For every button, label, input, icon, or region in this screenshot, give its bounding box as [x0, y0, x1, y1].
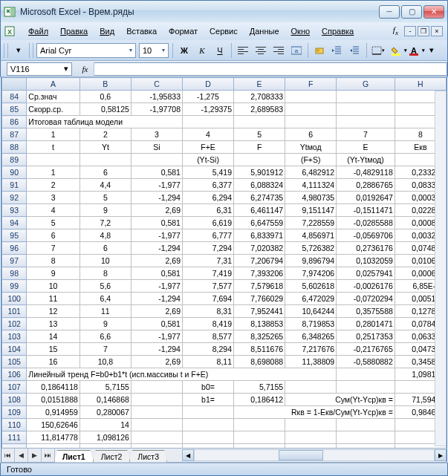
- cell[interactable]: [285, 419, 337, 431]
- cell[interactable]: 11: [27, 293, 79, 305]
- cell[interactable]: F: [234, 141, 285, 154]
- cell[interactable]: Si: [131, 141, 182, 154]
- cell[interactable]: [234, 431, 285, 444]
- col-header-B[interactable]: B: [79, 78, 131, 91]
- cell[interactable]: 14: [27, 330, 79, 343]
- tab-nav-next[interactable]: ▶: [28, 449, 42, 462]
- menu-window[interactable]: Окно: [286, 25, 316, 37]
- cell[interactable]: 8,294: [182, 343, 233, 356]
- cell[interactable]: 14: [79, 419, 131, 431]
- decrease-indent-button[interactable]: [330, 43, 345, 58]
- col-header-C[interactable]: C: [131, 78, 182, 91]
- cell[interactable]: 5,6: [79, 280, 131, 293]
- cell[interactable]: 0,581: [131, 267, 182, 280]
- cell[interactable]: 6: [79, 166, 131, 179]
- cell[interactable]: [234, 419, 285, 431]
- cell[interactable]: 7,294: [182, 242, 233, 255]
- cell[interactable]: 16: [27, 356, 79, 368]
- cell[interactable]: 0,581: [131, 217, 182, 229]
- currency-button[interactable]: [312, 43, 327, 58]
- row-header-109[interactable]: 109: [2, 406, 27, 419]
- cell[interactable]: 2,69: [131, 305, 182, 318]
- cell[interactable]: 2,69: [131, 255, 182, 267]
- row-header-91[interactable]: 91: [2, 179, 27, 192]
- row-header-104[interactable]: 104: [2, 343, 27, 356]
- cell[interactable]: [131, 419, 182, 431]
- cell[interactable]: 0,581: [131, 166, 182, 179]
- cell[interactable]: [182, 431, 233, 444]
- cell[interactable]: [182, 406, 233, 419]
- row-header-86[interactable]: 86: [2, 116, 27, 128]
- select-all-corner[interactable]: [2, 78, 27, 91]
- col-header-F[interactable]: F: [285, 78, 337, 91]
- scroll-left-button[interactable]: ◀: [182, 449, 194, 461]
- cell[interactable]: [285, 381, 337, 394]
- cell[interactable]: Yt: [79, 141, 131, 154]
- cell[interactable]: 1: [27, 166, 79, 179]
- font-color-button[interactable]: А▾: [406, 43, 421, 58]
- cell[interactable]: (F+S): [285, 154, 337, 166]
- cell[interactable]: 6: [285, 128, 337, 141]
- cell[interactable]: (Yt-Si): [182, 154, 233, 166]
- tab-nav-first[interactable]: ⏮: [1, 449, 15, 462]
- cell[interactable]: 4,4: [79, 179, 131, 192]
- cell[interactable]: [337, 381, 395, 394]
- cell[interactable]: 0,1864118: [27, 381, 79, 394]
- cell[interactable]: -0,0026176: [337, 280, 395, 293]
- formula-input[interactable]: [94, 62, 447, 76]
- cell[interactable]: 4,111324: [285, 179, 337, 192]
- cell[interactable]: 0,0257941: [337, 267, 395, 280]
- cell[interactable]: -1,294: [131, 343, 182, 356]
- menu-file[interactable]: Файл: [23, 25, 53, 37]
- cell[interactable]: 5,901912: [234, 166, 285, 179]
- cell[interactable]: -1,95833: [131, 91, 182, 103]
- cell[interactable]: 8: [27, 255, 79, 267]
- cell[interactable]: 0,3575588: [337, 305, 395, 318]
- cell[interactable]: 150,62646: [27, 419, 79, 431]
- merge-center-button[interactable]: a: [289, 43, 304, 58]
- cell[interactable]: [337, 103, 395, 116]
- cell[interactable]: 8,698088: [234, 356, 285, 368]
- cell[interactable]: 11: [79, 305, 131, 318]
- cell[interactable]: 8,325265: [234, 330, 285, 343]
- cell[interactable]: 6,619: [182, 217, 233, 229]
- cell[interactable]: 6,274735: [234, 192, 285, 204]
- cell[interactable]: 7,419: [182, 267, 233, 280]
- toolbar-options-button[interactable]: ▾: [11, 43, 26, 58]
- maximize-button[interactable]: ▢: [401, 5, 422, 19]
- cell[interactable]: 5,726382: [285, 242, 337, 255]
- cell[interactable]: 8,511676: [234, 343, 285, 356]
- row-header-88[interactable]: 88: [2, 141, 27, 154]
- cell[interactable]: 10,64244: [285, 305, 337, 318]
- vertical-scrollbar[interactable]: [435, 91, 447, 446]
- cell[interactable]: 0,2736176: [337, 242, 395, 255]
- cell[interactable]: 2,69: [131, 204, 182, 217]
- col-header-A[interactable]: A: [27, 78, 79, 91]
- cell[interactable]: 2: [79, 128, 131, 141]
- cell[interactable]: [27, 154, 79, 166]
- cell[interactable]: t: [27, 141, 79, 154]
- menu-help[interactable]: Справка: [316, 25, 359, 37]
- cell[interactable]: 11,38809: [285, 356, 337, 368]
- cell[interactable]: 5,7155: [79, 381, 131, 394]
- cell[interactable]: E: [337, 141, 395, 154]
- cell[interactable]: (Yt-Ytмод): [337, 154, 395, 166]
- cell[interactable]: 9: [79, 318, 131, 330]
- cell[interactable]: -0,1511471: [337, 204, 395, 217]
- cell[interactable]: 2,708333: [234, 91, 285, 103]
- cell[interactable]: [182, 419, 233, 431]
- cell[interactable]: 0,0151888: [27, 394, 79, 406]
- cell[interactable]: -1,977: [131, 330, 182, 343]
- cell[interactable]: 7,206794: [234, 255, 285, 267]
- cell[interactable]: 7,694: [182, 293, 233, 305]
- menu-insert[interactable]: Вставка: [121, 25, 162, 37]
- cell[interactable]: [131, 394, 182, 406]
- cell[interactable]: [131, 406, 182, 419]
- cell[interactable]: 6,461147: [234, 204, 285, 217]
- row-header-84[interactable]: 84: [2, 91, 27, 103]
- cell[interactable]: 6,377: [182, 179, 233, 192]
- cell[interactable]: 8,31: [182, 305, 233, 318]
- cell[interactable]: 7,577: [182, 280, 233, 293]
- minimize-button[interactable]: ─: [379, 5, 400, 19]
- mdi-minimize-button[interactable]: -: [404, 26, 416, 36]
